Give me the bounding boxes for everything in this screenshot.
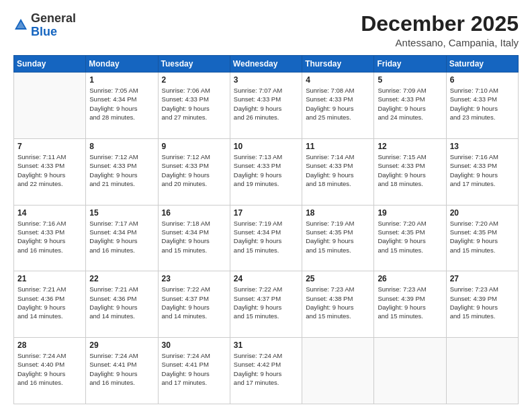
month-title: December 2025 — [361, 12, 519, 36]
location: Antessano, Campania, Italy — [361, 37, 519, 48]
day-info: Sunrise: 7:13 AM Sunset: 4:33 PM Dayligh… — [234, 152, 298, 188]
day-number: 18 — [306, 208, 370, 218]
logo: General Blue — [13, 12, 76, 39]
table-row — [446, 338, 518, 404]
day-info: Sunrise: 7:06 AM Sunset: 4:33 PM Dayligh… — [162, 86, 226, 122]
day-info: Sunrise: 7:08 AM Sunset: 4:33 PM Dayligh… — [306, 86, 370, 122]
title-block: December 2025 Antessano, Campania, Italy — [361, 12, 519, 48]
calendar-week-row: 28Sunrise: 7:24 AM Sunset: 4:40 PM Dayli… — [14, 338, 519, 404]
table-row: 8Sunrise: 7:12 AM Sunset: 4:33 PM Daylig… — [86, 138, 158, 205]
table-row: 7Sunrise: 7:11 AM Sunset: 4:33 PM Daylig… — [14, 138, 86, 205]
day-number: 13 — [450, 142, 515, 151]
day-info: Sunrise: 7:19 AM Sunset: 4:34 PM Dayligh… — [234, 219, 298, 255]
table-row: 19Sunrise: 7:20 AM Sunset: 4:35 PM Dayli… — [374, 205, 446, 271]
col-monday: Monday — [86, 56, 158, 73]
day-info: Sunrise: 7:22 AM Sunset: 4:37 PM Dayligh… — [234, 285, 298, 320]
table-row: 9Sunrise: 7:12 AM Sunset: 4:33 PM Daylig… — [158, 138, 230, 205]
table-row: 13Sunrise: 7:16 AM Sunset: 4:33 PM Dayli… — [446, 138, 518, 205]
day-number: 12 — [378, 142, 442, 151]
calendar-week-row: 1Sunrise: 7:05 AM Sunset: 4:34 PM Daylig… — [14, 73, 519, 139]
table-row: 27Sunrise: 7:23 AM Sunset: 4:39 PM Dayli… — [446, 271, 518, 338]
day-info: Sunrise: 7:20 AM Sunset: 4:35 PM Dayligh… — [378, 219, 442, 255]
day-info: Sunrise: 7:23 AM Sunset: 4:39 PM Dayligh… — [378, 285, 442, 320]
day-number: 2 — [162, 75, 226, 85]
day-number: 26 — [378, 274, 442, 283]
table-row: 11Sunrise: 7:14 AM Sunset: 4:33 PM Dayli… — [302, 138, 374, 205]
calendar-header-row: Sunday Monday Tuesday Wednesday Thursday… — [14, 56, 519, 73]
day-number: 24 — [234, 274, 298, 283]
day-info: Sunrise: 7:22 AM Sunset: 4:37 PM Dayligh… — [162, 285, 226, 320]
table-row: 17Sunrise: 7:19 AM Sunset: 4:34 PM Dayli… — [230, 205, 302, 271]
day-number: 10 — [234, 142, 298, 151]
day-info: Sunrise: 7:05 AM Sunset: 4:34 PM Dayligh… — [89, 86, 154, 122]
table-row: 5Sunrise: 7:09 AM Sunset: 4:33 PM Daylig… — [374, 73, 446, 139]
col-friday: Friday — [374, 56, 446, 73]
day-number: 7 — [17, 142, 82, 151]
table-row: 12Sunrise: 7:15 AM Sunset: 4:33 PM Dayli… — [374, 138, 446, 205]
day-info: Sunrise: 7:24 AM Sunset: 4:41 PM Dayligh… — [162, 351, 226, 387]
table-row — [374, 338, 446, 404]
day-info: Sunrise: 7:16 AM Sunset: 4:33 PM Dayligh… — [450, 152, 515, 188]
day-number: 16 — [162, 208, 226, 218]
table-row: 21Sunrise: 7:21 AM Sunset: 4:36 PM Dayli… — [14, 271, 86, 338]
table-row: 14Sunrise: 7:16 AM Sunset: 4:33 PM Dayli… — [14, 205, 86, 271]
logo-icon — [13, 17, 28, 32]
day-number: 29 — [89, 340, 154, 350]
table-row: 23Sunrise: 7:22 AM Sunset: 4:37 PM Dayli… — [158, 271, 230, 338]
day-info: Sunrise: 7:23 AM Sunset: 4:38 PM Dayligh… — [306, 285, 370, 320]
day-info: Sunrise: 7:24 AM Sunset: 4:42 PM Dayligh… — [234, 351, 298, 387]
table-row: 16Sunrise: 7:18 AM Sunset: 4:34 PM Dayli… — [158, 205, 230, 271]
table-row: 4Sunrise: 7:08 AM Sunset: 4:33 PM Daylig… — [302, 73, 374, 139]
day-info: Sunrise: 7:18 AM Sunset: 4:34 PM Dayligh… — [162, 219, 226, 255]
day-info: Sunrise: 7:21 AM Sunset: 4:36 PM Dayligh… — [17, 285, 82, 320]
table-row: 22Sunrise: 7:21 AM Sunset: 4:36 PM Dayli… — [86, 271, 158, 338]
table-row: 28Sunrise: 7:24 AM Sunset: 4:40 PM Dayli… — [14, 338, 86, 404]
col-tuesday: Tuesday — [158, 56, 230, 73]
day-info: Sunrise: 7:12 AM Sunset: 4:33 PM Dayligh… — [89, 152, 154, 188]
col-wednesday: Wednesday — [230, 56, 302, 73]
table-row: 26Sunrise: 7:23 AM Sunset: 4:39 PM Dayli… — [374, 271, 446, 338]
day-info: Sunrise: 7:07 AM Sunset: 4:33 PM Dayligh… — [234, 86, 298, 122]
day-number: 11 — [306, 142, 370, 151]
day-number: 3 — [234, 75, 298, 85]
calendar-week-row: 14Sunrise: 7:16 AM Sunset: 4:33 PM Dayli… — [14, 205, 519, 271]
logo-blue: Blue — [31, 25, 57, 38]
day-info: Sunrise: 7:19 AM Sunset: 4:35 PM Dayligh… — [306, 219, 370, 255]
day-info: Sunrise: 7:11 AM Sunset: 4:33 PM Dayligh… — [17, 152, 82, 188]
day-info: Sunrise: 7:09 AM Sunset: 4:33 PM Dayligh… — [378, 86, 442, 122]
table-row: 29Sunrise: 7:24 AM Sunset: 4:41 PM Dayli… — [86, 338, 158, 404]
day-number: 19 — [378, 208, 442, 218]
table-row: 10Sunrise: 7:13 AM Sunset: 4:33 PM Dayli… — [230, 138, 302, 205]
day-info: Sunrise: 7:12 AM Sunset: 4:33 PM Dayligh… — [162, 152, 226, 188]
day-info: Sunrise: 7:17 AM Sunset: 4:34 PM Dayligh… — [89, 219, 154, 255]
day-info: Sunrise: 7:23 AM Sunset: 4:39 PM Dayligh… — [450, 285, 515, 320]
day-info: Sunrise: 7:20 AM Sunset: 4:35 PM Dayligh… — [450, 219, 515, 255]
day-number: 30 — [162, 340, 226, 350]
day-number: 5 — [378, 75, 442, 85]
table-row: 24Sunrise: 7:22 AM Sunset: 4:37 PM Dayli… — [230, 271, 302, 338]
day-number: 4 — [306, 75, 370, 85]
day-number: 1 — [89, 75, 154, 85]
table-row: 2Sunrise: 7:06 AM Sunset: 4:33 PM Daylig… — [158, 73, 230, 139]
table-row — [14, 73, 86, 139]
table-row: 31Sunrise: 7:24 AM Sunset: 4:42 PM Dayli… — [230, 338, 302, 404]
table-row: 1Sunrise: 7:05 AM Sunset: 4:34 PM Daylig… — [86, 73, 158, 139]
logo-general: General — [31, 11, 76, 25]
day-number: 28 — [17, 340, 82, 350]
table-row: 20Sunrise: 7:20 AM Sunset: 4:35 PM Dayli… — [446, 205, 518, 271]
day-number: 21 — [17, 274, 82, 283]
table-row: 18Sunrise: 7:19 AM Sunset: 4:35 PM Dayli… — [302, 205, 374, 271]
col-thursday: Thursday — [302, 56, 374, 73]
day-info: Sunrise: 7:21 AM Sunset: 4:36 PM Dayligh… — [89, 285, 154, 320]
day-number: 25 — [306, 274, 370, 283]
table-row: 25Sunrise: 7:23 AM Sunset: 4:38 PM Dayli… — [302, 271, 374, 338]
day-info: Sunrise: 7:16 AM Sunset: 4:33 PM Dayligh… — [17, 219, 82, 255]
day-info: Sunrise: 7:15 AM Sunset: 4:33 PM Dayligh… — [378, 152, 442, 188]
table-row: 30Sunrise: 7:24 AM Sunset: 4:41 PM Dayli… — [158, 338, 230, 404]
col-saturday: Saturday — [446, 56, 518, 73]
logo-text: General Blue — [31, 12, 76, 39]
day-number: 17 — [234, 208, 298, 218]
day-info: Sunrise: 7:24 AM Sunset: 4:40 PM Dayligh… — [17, 351, 82, 387]
day-number: 14 — [17, 208, 82, 218]
table-row: 3Sunrise: 7:07 AM Sunset: 4:33 PM Daylig… — [230, 73, 302, 139]
